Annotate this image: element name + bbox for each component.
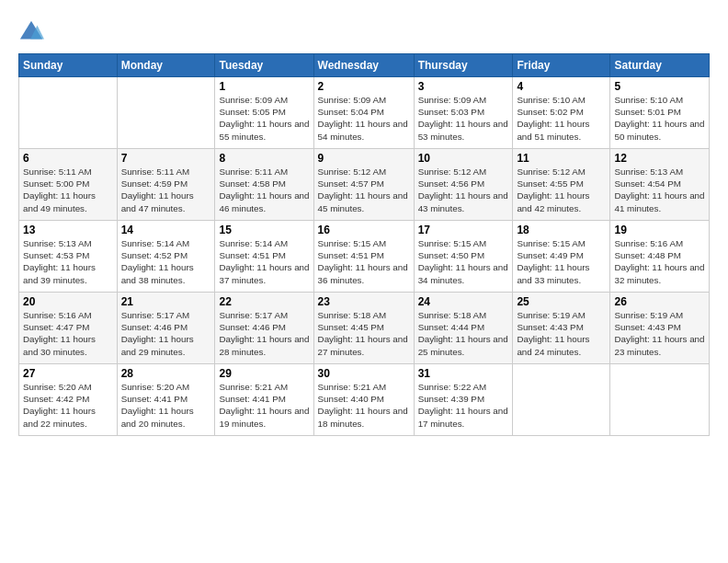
day-info: Sunrise: 5:12 AMSunset: 4:57 PMDaylight:… [318, 166, 410, 214]
day-info: Sunrise: 5:16 AMSunset: 4:47 PMDaylight:… [23, 309, 113, 358]
day-number: 25 [517, 295, 606, 308]
calendar-cell: 4Sunrise: 5:10 AMSunset: 5:02 PMDaylight… [513, 77, 610, 149]
calendar-cell: 5Sunrise: 5:10 AMSunset: 5:01 PMDaylight… [610, 77, 710, 149]
calendar-cell: 15Sunrise: 5:14 AMSunset: 4:51 PMDayligh… [215, 221, 313, 293]
day-number: 12 [614, 152, 705, 165]
day-number: 11 [517, 152, 606, 165]
calendar-cell [117, 77, 215, 149]
calendar-week-row: 13Sunrise: 5:13 AMSunset: 4:53 PMDayligh… [19, 221, 710, 293]
day-number: 23 [318, 295, 410, 308]
day-info: Sunrise: 5:19 AMSunset: 4:43 PMDaylight:… [614, 309, 705, 358]
calendar-cell: 3Sunrise: 5:09 AMSunset: 5:03 PMDaylight… [414, 77, 513, 149]
calendar-cell: 25Sunrise: 5:19 AMSunset: 4:43 PMDayligh… [513, 293, 610, 364]
day-info: Sunrise: 5:09 AMSunset: 5:03 PMDaylight:… [418, 94, 509, 143]
calendar-page: SundayMondayTuesdayWednesdayThursdayFrid… [0, 0, 728, 563]
calendar-cell: 2Sunrise: 5:09 AMSunset: 5:04 PMDaylight… [313, 77, 414, 149]
calendar-cell: 16Sunrise: 5:15 AMSunset: 4:51 PMDayligh… [313, 221, 414, 293]
day-info: Sunrise: 5:09 AMSunset: 5:04 PMDaylight:… [318, 94, 410, 143]
day-number: 14 [121, 224, 211, 236]
day-number: 15 [219, 224, 309, 236]
day-number: 8 [219, 152, 309, 165]
calendar-cell: 12Sunrise: 5:13 AMSunset: 4:54 PMDayligh… [610, 149, 710, 221]
calendar-week-row: 1Sunrise: 5:09 AMSunset: 5:05 PMDaylight… [19, 77, 710, 149]
day-number: 1 [219, 80, 309, 93]
day-number: 27 [23, 367, 113, 380]
day-number: 16 [318, 224, 410, 236]
calendar-cell: 21Sunrise: 5:17 AMSunset: 4:46 PMDayligh… [117, 293, 215, 364]
day-number: 6 [23, 152, 113, 165]
day-number: 28 [121, 367, 211, 380]
day-number: 2 [318, 80, 410, 93]
calendar-cell [610, 364, 710, 436]
day-info: Sunrise: 5:20 AMSunset: 4:42 PMDaylight:… [23, 381, 113, 430]
day-info: Sunrise: 5:21 AMSunset: 4:40 PMDaylight:… [318, 381, 410, 430]
weekday-header: Thursday [414, 54, 513, 77]
day-info: Sunrise: 5:12 AMSunset: 4:55 PMDaylight:… [517, 166, 606, 214]
calendar-cell: 6Sunrise: 5:11 AMSunset: 5:00 PMDaylight… [19, 149, 118, 221]
calendar-cell: 23Sunrise: 5:18 AMSunset: 4:45 PMDayligh… [313, 293, 414, 364]
day-info: Sunrise: 5:09 AMSunset: 5:05 PMDaylight:… [219, 94, 309, 143]
day-number: 18 [517, 224, 606, 236]
day-number: 21 [121, 295, 211, 308]
day-info: Sunrise: 5:21 AMSunset: 4:41 PMDaylight:… [219, 381, 309, 430]
weekday-header: Friday [513, 54, 610, 77]
calendar-cell: 10Sunrise: 5:12 AMSunset: 4:56 PMDayligh… [414, 149, 513, 221]
day-info: Sunrise: 5:11 AMSunset: 4:59 PMDaylight:… [121, 166, 211, 214]
day-info: Sunrise: 5:19 AMSunset: 4:43 PMDaylight:… [517, 309, 606, 358]
day-number: 19 [614, 224, 705, 236]
logo-icon [18, 18, 44, 44]
weekday-header: Sunday [19, 54, 118, 77]
day-info: Sunrise: 5:10 AMSunset: 5:01 PMDaylight:… [614, 94, 705, 143]
calendar-week-row: 20Sunrise: 5:16 AMSunset: 4:47 PMDayligh… [19, 293, 710, 364]
calendar-week-row: 6Sunrise: 5:11 AMSunset: 5:00 PMDaylight… [19, 149, 710, 221]
day-info: Sunrise: 5:14 AMSunset: 4:52 PMDaylight:… [121, 237, 211, 286]
day-number: 9 [318, 152, 410, 165]
calendar-cell: 20Sunrise: 5:16 AMSunset: 4:47 PMDayligh… [19, 293, 118, 364]
day-number: 22 [219, 295, 309, 308]
day-info: Sunrise: 5:18 AMSunset: 4:45 PMDaylight:… [318, 309, 410, 358]
calendar-cell: 27Sunrise: 5:20 AMSunset: 4:42 PMDayligh… [19, 364, 118, 436]
weekday-header: Wednesday [313, 54, 414, 77]
weekday-header: Monday [117, 54, 215, 77]
day-info: Sunrise: 5:17 AMSunset: 4:46 PMDaylight:… [121, 309, 211, 358]
day-number: 24 [418, 295, 509, 308]
header [18, 15, 710, 44]
calendar-cell [513, 364, 610, 436]
calendar-cell: 14Sunrise: 5:14 AMSunset: 4:52 PMDayligh… [117, 221, 215, 293]
calendar-cell: 31Sunrise: 5:22 AMSunset: 4:39 PMDayligh… [414, 364, 513, 436]
calendar-cell: 1Sunrise: 5:09 AMSunset: 5:05 PMDaylight… [215, 77, 313, 149]
day-info: Sunrise: 5:16 AMSunset: 4:48 PMDaylight:… [614, 237, 705, 286]
day-info: Sunrise: 5:17 AMSunset: 4:46 PMDaylight:… [219, 309, 309, 358]
weekday-row: SundayMondayTuesdayWednesdayThursdayFrid… [19, 54, 710, 77]
day-info: Sunrise: 5:14 AMSunset: 4:51 PMDaylight:… [219, 237, 309, 286]
day-number: 17 [418, 224, 509, 236]
calendar-cell: 13Sunrise: 5:13 AMSunset: 4:53 PMDayligh… [19, 221, 118, 293]
calendar-cell: 29Sunrise: 5:21 AMSunset: 4:41 PMDayligh… [215, 364, 313, 436]
day-number: 31 [418, 367, 509, 380]
calendar-cell: 9Sunrise: 5:12 AMSunset: 4:57 PMDaylight… [313, 149, 414, 221]
calendar-cell: 24Sunrise: 5:18 AMSunset: 4:44 PMDayligh… [414, 293, 513, 364]
calendar-header: SundayMondayTuesdayWednesdayThursdayFrid… [19, 54, 710, 77]
calendar-cell: 7Sunrise: 5:11 AMSunset: 4:59 PMDaylight… [117, 149, 215, 221]
weekday-header: Tuesday [215, 54, 313, 77]
day-number: 30 [318, 367, 410, 380]
day-number: 7 [121, 152, 211, 165]
day-info: Sunrise: 5:15 AMSunset: 4:50 PMDaylight:… [418, 237, 509, 286]
day-number: 4 [517, 80, 606, 93]
day-info: Sunrise: 5:13 AMSunset: 4:53 PMDaylight:… [23, 237, 113, 286]
day-info: Sunrise: 5:13 AMSunset: 4:54 PMDaylight:… [614, 166, 705, 214]
weekday-header: Saturday [610, 54, 710, 77]
day-info: Sunrise: 5:20 AMSunset: 4:41 PMDaylight:… [121, 381, 211, 430]
calendar-cell: 11Sunrise: 5:12 AMSunset: 4:55 PMDayligh… [513, 149, 610, 221]
calendar-cell: 30Sunrise: 5:21 AMSunset: 4:40 PMDayligh… [313, 364, 414, 436]
calendar-cell: 26Sunrise: 5:19 AMSunset: 4:43 PMDayligh… [610, 293, 710, 364]
day-number: 20 [23, 295, 113, 308]
calendar-table: SundayMondayTuesdayWednesdayThursdayFrid… [18, 53, 710, 436]
day-info: Sunrise: 5:10 AMSunset: 5:02 PMDaylight:… [517, 94, 606, 143]
day-number: 29 [219, 367, 309, 380]
calendar-cell: 28Sunrise: 5:20 AMSunset: 4:41 PMDayligh… [117, 364, 215, 436]
day-number: 3 [418, 80, 509, 93]
day-number: 5 [614, 80, 705, 93]
calendar-week-row: 27Sunrise: 5:20 AMSunset: 4:42 PMDayligh… [19, 364, 710, 436]
day-number: 26 [614, 295, 705, 308]
